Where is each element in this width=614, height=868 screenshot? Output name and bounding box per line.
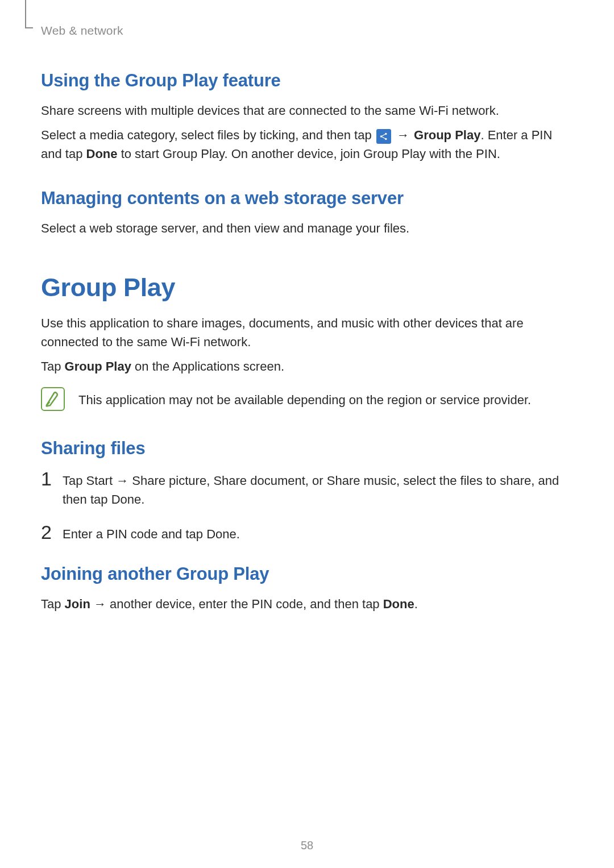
paragraph: Use this application to share images, do… — [41, 314, 573, 351]
text-bold: Share picture — [132, 474, 206, 488]
text-fragment: , or — [305, 474, 327, 488]
text-fragment: Select a media category, select files by… — [41, 128, 375, 142]
text-bold: Done — [111, 492, 142, 506]
step-number: 2 — [41, 522, 53, 542]
text-fragment: Tap — [41, 597, 65, 611]
text-fragment: Tap — [41, 359, 65, 373]
text-bold: Done — [206, 527, 237, 541]
text-fragment: to start Group Play. On another device, … — [118, 147, 500, 161]
paragraph: Select a media category, select files by… — [41, 126, 573, 163]
text-fragment: → — [90, 597, 110, 611]
text-fragment: Tap — [63, 474, 86, 488]
svg-line-3 — [382, 134, 385, 136]
arrow-glyph: → — [397, 128, 409, 142]
text-fragment: → — [113, 474, 132, 488]
text-bold: Done — [383, 597, 414, 611]
step-number: 1 — [41, 469, 53, 488]
heading-managing-contents: Managing contents on a web storage serve… — [41, 188, 573, 209]
text-fragment: , — [206, 474, 213, 488]
note-icon — [41, 387, 65, 411]
header-section-label: Web & network — [41, 24, 573, 38]
heading-sharing-files: Sharing files — [41, 438, 573, 459]
text-bold: Start — [86, 474, 113, 488]
paragraph: Tap Join → another device, enter the PIN… — [41, 595, 573, 613]
paragraph: Share screens with multiple devices that… — [41, 101, 573, 120]
paragraph: Tap Group Play on the Applications scree… — [41, 357, 573, 376]
svg-line-4 — [382, 137, 385, 139]
page-number: 58 — [0, 839, 614, 852]
page-container: Web & network Using the Group Play featu… — [0, 0, 614, 868]
text-fragment: . — [141, 492, 144, 506]
text-bold: Share music — [327, 474, 396, 488]
ordered-list: 1 Tap Start → Share picture, Share docum… — [41, 469, 573, 543]
text-fragment: Enter a PIN code and tap — [63, 527, 206, 541]
heading-joining-another-group-play: Joining another Group Play — [41, 564, 573, 584]
text-bold: Share document — [213, 474, 305, 488]
note-block: This application may not be available de… — [41, 386, 573, 411]
text-bold: Group Play — [65, 359, 131, 373]
heading-group-play: Group Play — [41, 273, 573, 302]
text-fragment: . — [414, 597, 418, 611]
text-fragment: on the Applications screen. — [131, 359, 284, 373]
note-text: This application may not be available de… — [78, 386, 531, 409]
list-item: 1 Tap Start → Share picture, Share docum… — [41, 469, 573, 509]
heading-using-group-play-feature: Using the Group Play feature — [41, 70, 573, 91]
thumb-index-marker — [25, 0, 33, 28]
text-fragment: another device, enter the PIN code, and … — [110, 597, 383, 611]
step-body: Enter a PIN code and tap Done. — [63, 522, 240, 543]
text-bold: Done — [86, 147, 118, 161]
text-bold: Join — [65, 597, 90, 611]
paragraph: Select a web storage server, and then vi… — [41, 219, 573, 238]
step-body: Tap Start → Share picture, Share documen… — [63, 469, 573, 509]
text-fragment: . — [237, 527, 240, 541]
share-icon — [376, 129, 391, 144]
list-item: 2 Enter a PIN code and tap Done. — [41, 522, 573, 543]
text-bold: Group Play — [414, 128, 480, 142]
